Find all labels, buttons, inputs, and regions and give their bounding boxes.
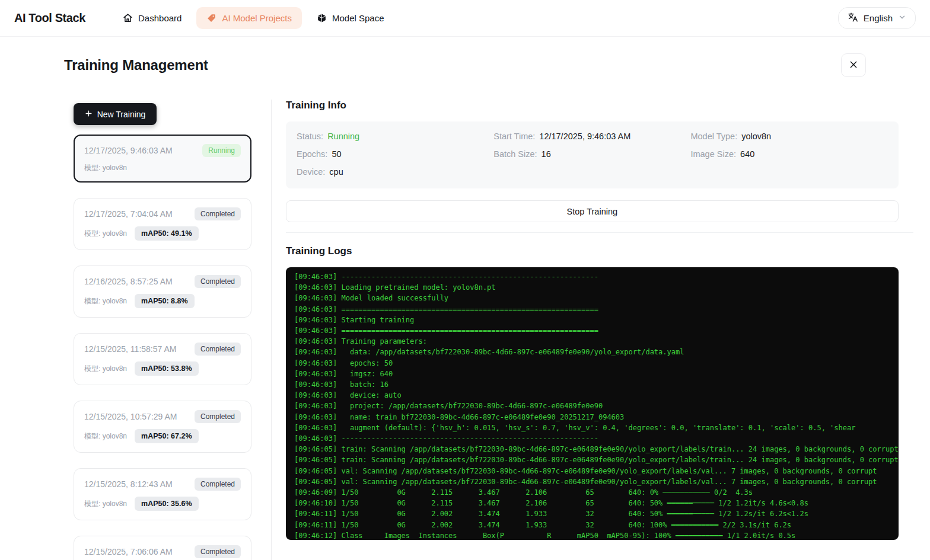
language-selector[interactable]: English <box>838 7 916 29</box>
nav-item-ai-model-projects[interactable]: AI Model Projects <box>196 7 302 29</box>
training-session-card[interactable]: 12/15/2025, 10:57:29 AM Completed 模型: yo… <box>74 401 251 453</box>
log-line: [09:46:10] 1/50 0G 2.115 3.467 2.106 65 … <box>294 498 899 508</box>
session-date: 12/17/2025, 9:46:03 AM <box>84 146 173 155</box>
log-line: [09:46:03] Model loaded successfully <box>294 293 899 303</box>
info-label: Start Time: <box>493 132 535 141</box>
chevron-down-icon <box>898 13 906 23</box>
session-card-row: 模型: yolov8n mAP50: 35.6% <box>84 497 241 511</box>
session-model: 模型: yolov8n <box>84 296 127 306</box>
info-field-epochs: Epochs: 50 <box>297 149 493 159</box>
info-value: yolov8n <box>741 132 771 141</box>
log-line: [09:46:03] -----------------------------… <box>294 271 899 282</box>
session-map50-badge: mAP50: 49.1% <box>135 226 198 241</box>
top-navbar: AI Tool Stack Dashboard AI Model Project… <box>0 0 930 37</box>
session-date: 12/15/2025, 10:57:29 AM <box>84 412 177 421</box>
info-value: 640 <box>740 149 754 159</box>
log-line: [09:46:03] project: /app/datasets/bf7220… <box>294 401 899 411</box>
info-value: 50 <box>332 149 341 159</box>
session-card-row: 模型: yolov8n mAP50: 53.8% <box>84 361 241 376</box>
info-value: cpu <box>329 167 343 177</box>
session-card-row: 12/17/2025, 9:46:03 AM Running <box>84 144 241 157</box>
section-divider <box>286 232 913 233</box>
info-field-image-size: Image Size: 640 <box>690 149 887 159</box>
info-value: 16 <box>542 149 551 159</box>
training-session-card[interactable]: 12/17/2025, 7:04:04 AM Completed 模型: yol… <box>74 198 251 250</box>
log-line: [09:46:03] augment (default): {'hsv_h': … <box>294 423 899 433</box>
log-line: [09:46:03] batch: 16 <box>294 379 899 390</box>
info-field-model-type: Model Type: yolov8n <box>690 132 887 141</box>
session-date: 12/15/2025, 8:12:43 AM <box>84 479 173 489</box>
close-button[interactable] <box>841 53 866 77</box>
session-status-badge: Completed <box>195 478 241 491</box>
log-line: [09:46:03] =============================… <box>294 304 899 315</box>
session-status-badge: Completed <box>195 275 241 288</box>
session-card-row: 模型: yolov8n mAP50: 67.2% <box>84 429 241 443</box>
training-session-card[interactable]: 12/15/2025, 7:06:06 AM Completed 模型: yol… <box>74 536 251 560</box>
session-map50-badge: mAP50: 8.8% <box>135 294 195 308</box>
session-date: 12/16/2025, 8:57:25 AM <box>84 277 173 286</box>
tag-icon <box>206 13 216 23</box>
session-status-badge: Running <box>202 144 241 157</box>
log-line: [09:46:03] Starting training <box>294 315 899 325</box>
plus-icon <box>85 110 93 119</box>
training-detail-panel: Training Info Status: Running Start Time… <box>272 100 913 560</box>
training-info-heading: Training Info <box>286 100 913 111</box>
log-line: [09:46:11] 1/50 0G 2.002 3.474 1.933 32 … <box>294 520 899 530</box>
log-line: [09:46:05] train: Scanning /app/datasets… <box>294 455 899 465</box>
session-card-row: 12/15/2025, 7:06:06 AM Completed <box>84 545 241 558</box>
training-session-card[interactable]: 12/15/2025, 8:12:43 AM Completed 模型: yol… <box>74 468 251 520</box>
session-card-row: 模型: yolov8n mAP50: 49.1% <box>84 226 241 241</box>
log-line: [09:46:03] Training parameters: <box>294 336 899 347</box>
training-session-card[interactable]: 12/15/2025, 11:58:57 AM Completed 模型: yo… <box>74 333 251 385</box>
log-line: [09:46:11] 1/50 0G 2.002 3.474 1.933 32 … <box>294 508 899 519</box>
session-date: 12/15/2025, 11:58:57 AM <box>84 344 176 354</box>
session-list: 12/17/2025, 9:46:03 AM Running 模型: yolov… <box>74 135 251 560</box>
log-line: [09:46:03] imgsz: 640 <box>294 369 899 379</box>
page-title: Training Management <box>64 57 208 73</box>
new-training-button[interactable]: New Training <box>74 103 157 125</box>
log-line: [09:46:03] name: train_bf722030-89bc-4d6… <box>294 412 899 423</box>
info-label: Image Size: <box>690 149 736 159</box>
info-field-status: Status: Running <box>297 132 493 141</box>
session-status-badge: Completed <box>195 545 241 558</box>
page-header: Training Management <box>64 53 866 77</box>
session-model: 模型: yolov8n <box>84 163 127 173</box>
session-card-row: 12/16/2025, 8:57:25 AM Completed <box>84 275 241 288</box>
brand-logo: AI Tool Stack <box>14 11 85 25</box>
session-status-badge: Completed <box>195 410 241 423</box>
session-status-badge: Completed <box>195 207 241 220</box>
training-session-card[interactable]: 12/17/2025, 9:46:03 AM Running 模型: yolov… <box>74 135 251 183</box>
info-field-device: Device: cpu <box>297 167 493 177</box>
log-line: [09:46:05] val: Scanning /app/datasets/b… <box>294 466 899 476</box>
nav-item-model-space[interactable]: Model Space <box>307 7 394 29</box>
session-model: 模型: yolov8n <box>84 431 127 441</box>
training-session-card[interactable]: 12/16/2025, 8:57:25 AM Completed 模型: yol… <box>74 265 251 318</box>
nav-item-label: Dashboard <box>138 13 181 23</box>
log-line: [09:46:12] Class Images Instances Box(P … <box>294 530 899 540</box>
info-label: Status: <box>297 132 323 141</box>
session-card-row: 模型: yolov8n <box>84 163 241 173</box>
training-logs-terminal[interactable]: [09:46:03] -----------------------------… <box>286 267 899 540</box>
info-value: 12/17/2025, 9:46:03 AM <box>539 132 630 141</box>
session-model: 模型: yolov8n <box>84 229 127 239</box>
stop-training-button[interactable]: Stop Training <box>286 200 899 222</box>
log-line: [09:46:03] =============================… <box>294 325 899 336</box>
nav-item-dashboard[interactable]: Dashboard <box>113 7 192 29</box>
info-field-start-time: Start Time: 12/17/2025, 9:46:03 AM <box>493 132 690 141</box>
status-value: Running <box>327 132 359 141</box>
session-map50-badge: mAP50: 53.8% <box>135 361 198 376</box>
session-map50-badge: mAP50: 67.2% <box>135 429 198 443</box>
training-logs-heading: Training Logs <box>286 245 913 257</box>
info-label: Epochs: <box>297 149 327 159</box>
session-card-row: 12/15/2025, 10:57:29 AM Completed <box>84 410 241 423</box>
log-line: [09:46:09] 1/50 0G 2.115 3.467 2.106 65 … <box>294 487 899 498</box>
session-card-row: 模型: yolov8n mAP50: 8.8% <box>84 294 241 308</box>
log-line: [09:46:05] val: Scanning /app/datasets/b… <box>294 476 899 487</box>
session-model: 模型: yolov8n <box>84 364 127 374</box>
info-field-batch-size: Batch Size: 16 <box>493 149 690 159</box>
translate-icon <box>848 12 858 24</box>
session-card-row: 12/17/2025, 7:04:04 AM Completed <box>84 207 241 220</box>
session-date: 12/15/2025, 7:06:06 AM <box>84 547 173 556</box>
info-label: Device: <box>297 167 325 177</box>
log-line: [09:46:05] train: Scanning /app/datasets… <box>294 444 899 455</box>
